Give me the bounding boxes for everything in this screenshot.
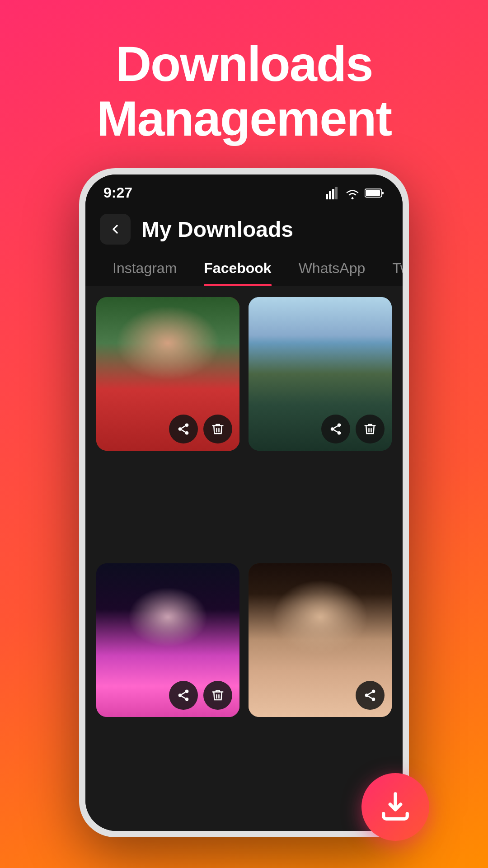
svg-line-16 [334, 426, 338, 428]
svg-rect-5 [382, 192, 384, 194]
svg-rect-0 [326, 194, 328, 199]
header-bar: My Downloads [85, 206, 403, 253]
signal-icon [326, 187, 340, 199]
svg-line-11 [182, 426, 186, 428]
media-grid [85, 286, 403, 831]
delete-button[interactable] [203, 415, 232, 443]
status-bar: 9:27 [85, 175, 403, 206]
tab-twitter[interactable]: Twitter [379, 253, 403, 286]
card-actions [169, 415, 232, 443]
hero-line2: Management [97, 90, 391, 146]
svg-point-8 [178, 427, 182, 431]
svg-rect-3 [335, 187, 338, 199]
svg-point-23 [365, 693, 369, 697]
svg-rect-1 [329, 191, 331, 199]
delete-button[interactable] [203, 681, 232, 710]
status-time: 9:27 [103, 184, 132, 201]
svg-rect-6 [366, 190, 380, 196]
tab-whatsapp[interactable]: WhatsApp [285, 253, 379, 286]
tabs-bar: Instagram Facebook WhatsApp Twitter [85, 253, 403, 286]
phone-screen: 9:27 [85, 175, 403, 831]
svg-point-13 [331, 427, 334, 431]
card-actions [356, 681, 385, 710]
share-button[interactable] [321, 415, 350, 443]
svg-point-9 [185, 431, 189, 435]
svg-point-24 [372, 698, 375, 701]
hero-line1: Downloads [116, 36, 373, 91]
delete-button[interactable] [356, 415, 385, 443]
media-card [96, 297, 239, 451]
wifi-icon [345, 187, 360, 199]
phone-wrapper: 9:27 [68, 168, 420, 868]
media-card [96, 563, 239, 717]
svg-point-7 [185, 424, 189, 427]
tab-instagram[interactable]: Instagram [99, 253, 190, 286]
hero-title: Downloads Management [27, 36, 461, 146]
svg-line-10 [182, 430, 186, 432]
fab-download-button[interactable] [361, 773, 429, 841]
status-icons [326, 187, 385, 199]
media-card [249, 563, 392, 717]
svg-line-21 [182, 692, 186, 694]
svg-point-18 [178, 693, 182, 697]
share-button[interactable] [169, 415, 198, 443]
svg-rect-2 [332, 189, 334, 199]
card-actions [321, 415, 385, 443]
svg-line-25 [368, 696, 372, 698]
battery-icon [365, 188, 385, 198]
hero-section: Downloads Management [0, 0, 488, 168]
phone-frame: 9:27 [79, 168, 409, 837]
share-button[interactable] [356, 681, 385, 710]
svg-line-15 [334, 430, 338, 432]
card-actions [169, 681, 232, 710]
svg-point-19 [185, 698, 189, 701]
svg-point-12 [338, 424, 341, 427]
share-button[interactable] [169, 681, 198, 710]
svg-line-20 [182, 696, 186, 698]
media-card [249, 297, 392, 451]
svg-point-22 [372, 689, 375, 693]
svg-point-14 [338, 431, 341, 435]
tab-facebook[interactable]: Facebook [190, 253, 285, 286]
page-title: My Downloads [141, 217, 293, 242]
svg-point-17 [185, 689, 189, 693]
svg-line-26 [368, 692, 372, 694]
back-button[interactable] [100, 214, 131, 245]
